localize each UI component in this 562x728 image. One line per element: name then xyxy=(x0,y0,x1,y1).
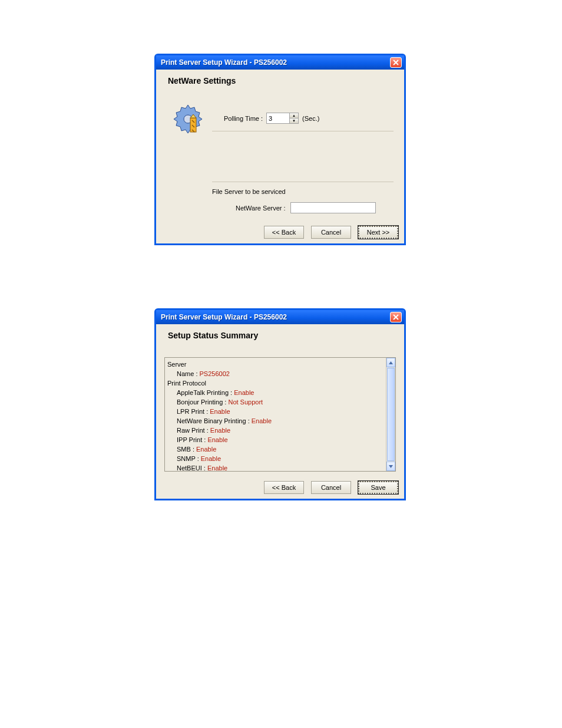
cancel-button[interactable]: Cancel xyxy=(311,481,351,494)
vertical-scrollbar[interactable] xyxy=(386,358,395,471)
summary-header-server: Server xyxy=(167,360,384,369)
next-button[interactable]: Next >> xyxy=(358,226,398,239)
summary-protocol-label: NetBEUI : xyxy=(177,465,207,471)
summary-protocol-row: Raw Print : Enable xyxy=(167,426,384,435)
summary-protocol-value: Enable xyxy=(252,417,272,424)
summary-protocol-label: Raw Print : xyxy=(177,427,210,434)
summary-protocol-value: Enable xyxy=(210,427,230,434)
summary-protocol-row: LPR Print : Enable xyxy=(167,407,384,416)
summary-protocol-value: Not Support xyxy=(228,398,263,406)
summary-protocol-row: IPP Print : Enable xyxy=(167,435,384,444)
polling-time-unit: (Sec.) xyxy=(302,115,319,122)
file-server-section: File Server to be serviced NetWare Serve… xyxy=(212,182,394,213)
summary-protocol-row: SMB : Enable xyxy=(167,444,384,454)
spinner-down-button[interactable]: ▼ xyxy=(290,118,298,123)
summary-protocol-label: LPR Print : xyxy=(177,408,210,415)
netware-server-input[interactable] xyxy=(290,202,376,213)
summary-protocol-value: Enable xyxy=(196,446,216,453)
back-button[interactable]: << Back xyxy=(264,226,304,239)
summary-protocol-row: AppleTalk Printing : Enable xyxy=(167,388,384,397)
summary-protocol-label: SMB : xyxy=(177,446,196,453)
summary-protocol-label: AppleTalk Printing : xyxy=(177,389,234,396)
summary-protocol-row: NetWare Binary Printing : Enable xyxy=(167,416,384,426)
netware-server-label: NetWare Server : xyxy=(236,205,286,212)
polling-time-label: Polling Time : xyxy=(224,115,263,122)
section-heading: Setup Status Summary xyxy=(156,324,404,340)
window-title: Print Server Setup Wizard - PS256002 xyxy=(161,58,287,67)
close-button[interactable] xyxy=(390,312,402,322)
spinner-up-button[interactable]: ▲ xyxy=(290,113,298,118)
section-heading: NetWare Settings xyxy=(156,70,404,85)
save-button[interactable]: Save xyxy=(358,481,398,494)
chevron-down-icon xyxy=(389,465,393,468)
scroll-up-button[interactable] xyxy=(386,358,395,367)
summary-protocol-label: IPP Print : xyxy=(177,436,207,443)
cancel-button[interactable]: Cancel xyxy=(311,226,351,239)
dialog-content: Setup Status Summary Server Name : PS256… xyxy=(156,324,404,499)
summary-protocol-row: SNMP : Enable xyxy=(167,454,384,463)
summary-header-protocol: Print Protocol xyxy=(167,378,384,388)
summary-name-label: Name : xyxy=(177,370,197,377)
summary-protocol-value: Enable xyxy=(207,436,227,443)
summary-protocol-label: SNMP : xyxy=(177,455,201,462)
spinner-controls: ▲ ▼ xyxy=(289,113,298,123)
titlebar: Print Server Setup Wizard - PS256002 xyxy=(156,55,404,70)
summary-protocol-value: Enable xyxy=(234,389,254,396)
summary-protocol-row: NetBEUI : Enable xyxy=(167,463,384,471)
polling-time-row: Polling Time : ▲ ▼ (Sec.) xyxy=(212,104,394,131)
summary-protocol-value: Enable xyxy=(210,408,230,415)
button-bar: << Back Cancel Save xyxy=(264,481,398,494)
chevron-up-icon xyxy=(389,361,393,364)
file-server-header: File Server to be serviced xyxy=(212,188,394,195)
wizard-dialog-netware: Print Server Setup Wizard - PS256002 Net… xyxy=(154,54,406,245)
polling-time-input[interactable] xyxy=(267,113,289,123)
close-icon xyxy=(393,60,399,65)
dialog-content: NetWare Settings Polling Time : ▲ xyxy=(156,70,404,243)
form-area: Polling Time : ▲ ▼ (Sec.) File Server to… xyxy=(212,104,394,213)
close-icon xyxy=(393,314,399,320)
button-bar: << Back Cancel Next >> xyxy=(264,226,398,239)
summary-list: Server Name : PS256002 Print Protocol Ap… xyxy=(165,358,386,471)
summary-name-row: Name : PS256002 xyxy=(167,369,384,378)
window-title: Print Server Setup Wizard - PS256002 xyxy=(161,313,287,321)
polling-time-spinner[interactable]: ▲ ▼ xyxy=(266,113,299,124)
summary-protocol-value: Enable xyxy=(201,455,221,462)
svg-rect-1 xyxy=(190,118,196,132)
scroll-thumb[interactable] xyxy=(387,368,395,461)
settings-gear-icon xyxy=(173,104,203,134)
summary-protocol-row: Bonjour Printing : Not Support xyxy=(167,397,384,407)
back-button[interactable]: << Back xyxy=(264,481,304,494)
summary-protocol-label: Bonjour Printing : xyxy=(177,398,228,406)
netware-server-row: NetWare Server : xyxy=(212,202,394,213)
summary-protocol-value: Enable xyxy=(207,465,227,471)
summary-list-box: Server Name : PS256002 Print Protocol Ap… xyxy=(164,357,396,472)
close-button[interactable] xyxy=(390,57,402,68)
scroll-down-button[interactable] xyxy=(386,462,395,471)
wizard-dialog-summary: Print Server Setup Wizard - PS256002 Set… xyxy=(154,308,406,500)
titlebar: Print Server Setup Wizard - PS256002 xyxy=(156,310,404,324)
summary-protocol-label: NetWare Binary Printing : xyxy=(177,417,252,424)
summary-name-value: PS256002 xyxy=(200,370,230,377)
